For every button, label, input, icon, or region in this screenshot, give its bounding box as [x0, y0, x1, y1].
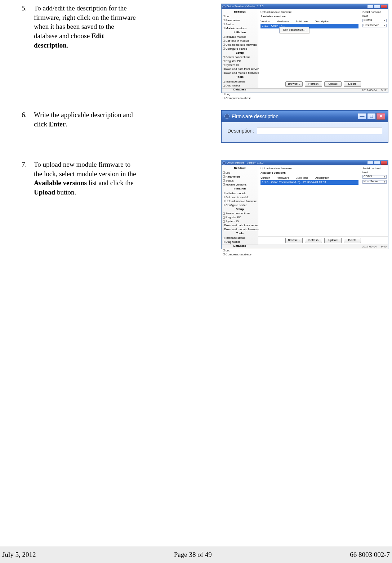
delete-button[interactable]: Delete [344, 238, 361, 243]
refresh-button[interactable]: Refresh [305, 81, 322, 87]
sidebar-item-dl-firmware[interactable]: Download module firmware [222, 227, 258, 231]
sidebar-item-module-versions[interactable]: Module versions [222, 183, 258, 187]
sidebar-heading-database: Database [222, 244, 258, 249]
sidebar-item-set-time[interactable]: Set time in module [222, 39, 258, 43]
sidebar-heading-initiation: Initiation [222, 30, 258, 35]
sidebar-item-register-pc[interactable]: Register PC [222, 215, 258, 219]
sidebar-item-compress-db[interactable]: Compress database [222, 253, 258, 256]
sidebar-item-diagnostics[interactable]: Diagnostics [222, 240, 258, 244]
sidebar-item-configure-device[interactable]: Configure device [222, 47, 258, 51]
titlebar: Orion Service - Version 1.2.0 [222, 160, 388, 165]
footer-date: July 5, 2012 [2, 550, 36, 559]
host-server-combo[interactable]: Host Server▾ [362, 180, 387, 184]
columns-header: Version Hardware Build time Description [258, 176, 361, 180]
sidebar-item-upload-firmware[interactable]: Upload module firmware [222, 43, 258, 47]
sidebar-item-initialize-module[interactable]: Initialize module [222, 191, 258, 195]
close-button[interactable] [381, 5, 387, 8]
step-number: 5. [22, 4, 34, 13]
window-buttons [367, 5, 387, 8]
step-figure: Orion Service - Version 1.2.0 Readout Lo… [142, 160, 392, 249]
step-figure: Firmware description — □ ✕ Description: [142, 110, 392, 143]
close-button[interactable]: ✕ [377, 113, 385, 120]
step-7: 7. To upload new module firmware to the … [0, 160, 392, 249]
window-buttons [367, 161, 387, 165]
description-input[interactable] [257, 127, 382, 134]
sidebar-item-status[interactable]: Status [222, 179, 258, 183]
upload-label: Upload module firmware [260, 167, 358, 171]
selected-row[interactable]: 1.1.3 Orion Thermostat (US) 2012-04-23 1… [260, 180, 358, 185]
sidebar-item-initialize-module[interactable]: Initialize module [222, 35, 258, 39]
app-window-edit-desc: Orion Service - Version 1.2.0 Readout Lo… [221, 4, 388, 93]
main-panel: Upload module firmware Available version… [258, 9, 388, 88]
sidebar-item-parameters[interactable]: Parameters [222, 175, 258, 179]
app-window-upload: Orion Service - Version 1.2.0 Readout Lo… [221, 160, 388, 249]
button-bar: Browse... Refresh Upload Delete [258, 236, 388, 245]
sidebar-item-system-id[interactable]: System ID [222, 63, 258, 67]
right-column: Serial port and host COM3▾ Host Server▾ [361, 165, 388, 185]
step-figure: Orion Service - Version 1.2.0 Readout Lo… [142, 4, 392, 93]
sidebar-item-dl-data[interactable]: Download data from server [222, 67, 258, 71]
minimize-button[interactable] [367, 5, 374, 8]
upload-button[interactable]: Upload [324, 81, 342, 87]
sidebar-item-configure-device[interactable]: Configure device [222, 203, 258, 207]
chevron-down-icon: ▾ [384, 175, 386, 178]
sidebar-item-interface-status[interactable]: Interface status [222, 236, 258, 240]
firmware-description-dialog: Firmware description — □ ✕ Description: [221, 110, 388, 143]
sidebar-heading-initiation: Initiation [222, 187, 258, 191]
maximize-button[interactable] [374, 161, 380, 165]
minimize-button[interactable] [367, 161, 374, 165]
sidebar-item-module-versions[interactable]: Module versions [222, 26, 258, 30]
app-icon [222, 161, 226, 165]
sidebar-heading-tools: Tools [222, 75, 258, 80]
main-panel: Upload module firmware Available version… [258, 165, 388, 245]
sidebar-item-db-log[interactable]: Log [222, 92, 258, 96]
button-bar: Browse... Refresh Upload Delete [258, 80, 388, 88]
sidebar-item-register-pc[interactable]: Register PC [222, 59, 258, 63]
app-icon [224, 114, 230, 119]
com-port-combo[interactable]: COM3▾ [362, 175, 387, 179]
columns-header: Version Hardware Build time Description [258, 19, 361, 24]
delete-button[interactable]: Delete [344, 81, 361, 87]
sidebar-item-server-conn[interactable]: Server connections [222, 55, 258, 59]
dialog-titlebar: Firmware description — □ ✕ [222, 111, 388, 122]
browse-button[interactable]: Browse... [285, 238, 303, 243]
sidebar-item-set-time[interactable]: Set time in module [222, 195, 258, 199]
page-footer: July 5, 2012 Page 38 of 49 66 8003 002-7 [0, 546, 392, 563]
sidebar-item-server-conn[interactable]: Server connections [222, 211, 258, 215]
upload-button[interactable]: Upload [324, 238, 342, 243]
sidebar-heading-readout: Readout [222, 166, 258, 171]
sidebar-item-log[interactable]: Log [222, 14, 258, 18]
sidebar-heading-setup: Setup [222, 51, 258, 55]
browse-button[interactable]: Browse... [285, 81, 303, 87]
dialog-title: Firmware description [232, 113, 279, 120]
context-menu-edit-description[interactable]: Edit description... [279, 27, 309, 33]
sidebar-item-compress-db[interactable]: Compress database [222, 96, 258, 100]
window-title: Orion Service - Version 1.2.0 [227, 161, 263, 165]
sidebar-item-interface-status[interactable]: Interface status [222, 80, 258, 84]
host-server-combo[interactable]: Host Server▾ [362, 24, 387, 27]
step-text: To upload new module firmware to the loc… [34, 160, 142, 197]
sidebar-item-upload-firmware[interactable]: Upload module firmware [222, 199, 258, 203]
chevron-down-icon: ▾ [384, 180, 386, 183]
sidebar-item-system-id[interactable]: System ID [222, 219, 258, 223]
step-5: 5. To add/edit the description for the f… [0, 4, 392, 93]
selected-row[interactable]: 1.1.3 Orion Th… Edit description... [260, 24, 358, 28]
sidebar-item-parameters[interactable]: Parameters [222, 18, 258, 22]
sidebar-item-diagnostics[interactable]: Diagnostics [222, 84, 258, 88]
sidebar-item-db-log[interactable]: Log [222, 249, 258, 253]
sidebar: Readout Log Parameters Status Module ver… [222, 9, 258, 88]
chevron-down-icon: ▾ [384, 19, 386, 22]
refresh-button[interactable]: Refresh [305, 238, 322, 243]
sidebar-item-log[interactable]: Log [222, 171, 258, 175]
sidebar-item-dl-data[interactable]: Download data from server [222, 223, 258, 227]
sidebar-item-status[interactable]: Status [222, 22, 258, 26]
chevron-down-icon: ▾ [384, 24, 386, 27]
maximize-button[interactable]: □ [367, 113, 376, 120]
available-versions-label: Available versions [260, 15, 358, 19]
step-6: 6. Write the applicable description and … [0, 110, 392, 143]
sidebar-item-dl-firmware[interactable]: Download module firmware [222, 71, 258, 75]
com-port-combo[interactable]: COM3▾ [362, 19, 387, 22]
maximize-button[interactable] [374, 5, 380, 8]
close-button[interactable] [381, 161, 387, 165]
minimize-button[interactable]: — [358, 113, 366, 120]
